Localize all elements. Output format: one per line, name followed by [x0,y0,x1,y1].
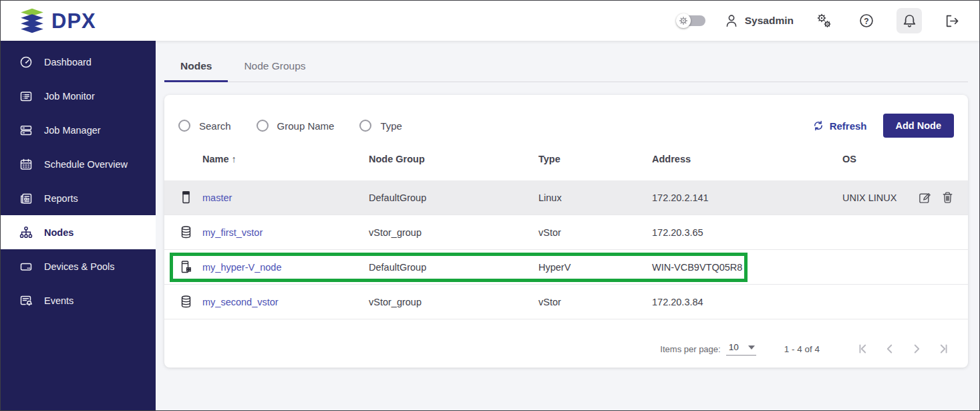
dropdown-caret-icon [748,346,755,350]
sidebar-item-nodes[interactable]: Nodes [1,215,156,249]
sidebar-item-label: Nodes [44,227,73,238]
node-name-link[interactable]: my_first_vstor [202,227,369,238]
radio-label: Search [199,120,231,132]
sidebar-item-label: Events [44,295,73,306]
hyperv-server-icon [180,260,202,274]
sidebar-item-schedule-overview[interactable]: Schedule Overview [1,147,156,181]
radio-circle[interactable] [257,120,269,132]
previous-page-button[interactable] [881,340,899,358]
os-cell: UNIX LINUX [842,192,918,203]
pagination-bar: Items per page: 10 1 - 4 of 4 [164,334,968,364]
refresh-icon [812,120,824,132]
sidebar-item-job-manager[interactable]: Job Manager [1,113,156,147]
table-row[interactable]: my_hyper-V_node DefaultGroup HyperV WIN-… [164,250,968,285]
type-cell: vStor [538,297,652,307]
sidebar-item-events[interactable]: Events [1,283,156,317]
database-icon [180,225,202,239]
type-cell: HyperV [538,262,652,273]
schedule-icon [19,158,33,171]
radio-search[interactable]: Search [178,120,231,132]
reports-icon [19,192,33,205]
sidebar-item-label: Job Monitor [44,91,95,102]
address-cell: 172.20.3.65 [652,227,842,238]
tab-label: Node Groups [244,60,305,72]
sidebar-item-dashboard[interactable]: Dashboard [1,45,156,79]
column-header-os[interactable]: OS [842,154,918,164]
node-group-cell: DefaultGroup [369,192,538,203]
radio-circle[interactable] [178,120,190,132]
refresh-label: Refresh [830,120,867,132]
job-monitor-icon [19,90,33,103]
first-page-button[interactable] [854,340,872,358]
help-button[interactable]: ? [854,8,879,33]
nodes-icon [19,226,33,239]
node-name-link[interactable]: master [202,192,369,203]
bell-icon [902,13,917,29]
sidebar-item-reports[interactable]: Reports [1,181,156,215]
sidebar-item-label: Devices & Pools [44,261,115,272]
logo-layers-icon [18,7,46,34]
logout-button[interactable] [939,8,965,33]
node-group-cell: DefaultGroup [369,262,538,273]
column-header-name[interactable]: Name ↑ [202,154,369,164]
job-manager-icon [19,124,33,137]
table-row[interactable]: my_second_vstor vStor_group vStor 172.20… [164,285,968,319]
radio-circle[interactable] [359,120,371,132]
devices-icon [19,260,33,273]
nodes-panel: Search Group Name Type [164,95,968,368]
main-content: Nodes Node Groups Search Group Name Ty [156,41,979,410]
add-node-button[interactable]: Add Node [883,114,954,138]
type-cell: vStor [538,227,652,238]
radio-group-name[interactable]: Group Name [257,120,335,132]
dashboard-icon [19,55,33,69]
sidebar-item-label: Dashboard [44,57,92,67]
edit-button[interactable] [918,190,932,204]
items-per-page-label: Items per page: [660,344,720,354]
server-tower-icon [180,190,202,204]
sidebar: Dashboard Job Monitor Job M [1,41,156,410]
help-icon: ? [858,13,874,29]
node-name-link[interactable]: my_second_vstor [202,297,369,307]
delete-button[interactable] [941,190,955,204]
table-row[interactable]: master DefaultGroup Linux 172.20.2.141 U… [164,180,968,215]
node-name-link[interactable]: my_hyper-V_node [202,262,369,273]
app-window: DPX Sysadmin [0,0,980,411]
node-group-cell: vStor_group [369,227,538,238]
tab-node-groups[interactable]: Node Groups [228,51,321,82]
toggle-gear-icon [676,13,691,28]
user-name: Sysadmin [745,15,794,27]
next-page-button[interactable] [908,340,925,358]
dark-mode-toggle[interactable] [676,13,707,28]
table-header: Name ↑ Node Group Type Address OS [164,138,968,180]
radio-label: Type [380,120,402,132]
sidebar-item-label: Schedule Overview [44,159,128,170]
last-page-button[interactable] [935,340,952,358]
radio-type[interactable]: Type [359,120,402,132]
database-icon [180,295,202,309]
column-header-address[interactable]: Address [652,154,842,164]
column-header-node-group[interactable]: Node Group [369,154,538,164]
refresh-button[interactable]: Refresh [812,120,867,132]
tab-label: Nodes [180,60,212,72]
items-per-page-select[interactable]: 10 [726,342,756,356]
svg-text:?: ? [864,17,868,26]
table-row[interactable]: my_first_vstor vStor_group vStor 172.20.… [164,215,968,250]
settings-button[interactable] [811,8,836,33]
address-cell: 172.20.2.141 [652,192,842,203]
sidebar-item-label: Reports [44,193,78,204]
user-menu[interactable]: Sysadmin [724,13,794,28]
sort-ascending-icon: ↑ [232,154,236,164]
tab-nodes[interactable]: Nodes [164,51,228,82]
logo: DPX [18,7,96,34]
top-bar: DPX Sysadmin [1,1,979,41]
notifications-button[interactable] [896,8,922,33]
column-header-type[interactable]: Type [538,154,652,164]
sidebar-item-devices-pools[interactable]: Devices & Pools [1,249,156,283]
user-icon [724,13,739,28]
filter-row: Search Group Name Type [164,114,968,138]
sidebar-item-label: Job Manager [44,125,101,136]
items-per-page-value: 10 [729,342,739,352]
tab-bar: Nodes Node Groups [164,51,968,82]
radio-label: Group Name [277,120,335,132]
sidebar-item-job-monitor[interactable]: Job Monitor [1,79,156,113]
